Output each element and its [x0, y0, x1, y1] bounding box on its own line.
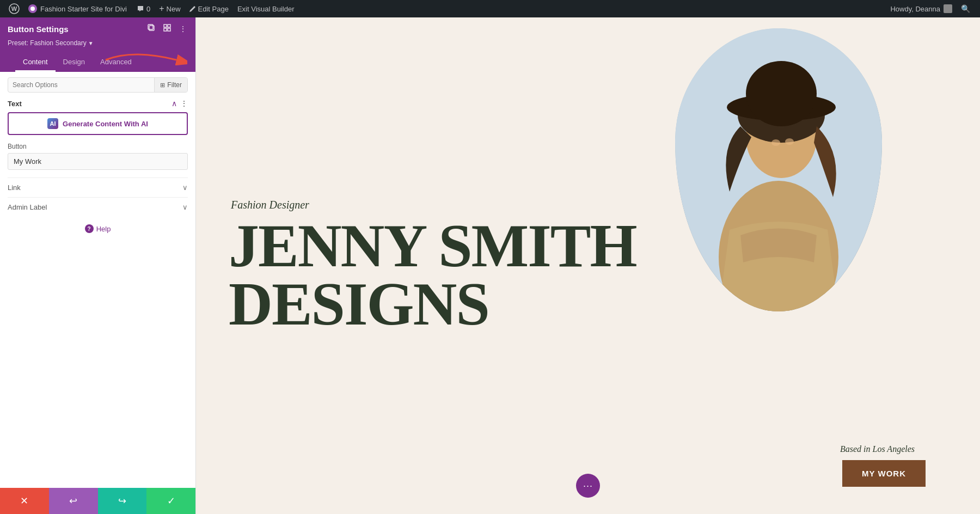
- more-icon[interactable]: ⋮: [178, 23, 188, 34]
- based-in-text: Based in Los Angeles: [840, 444, 915, 454]
- comment-icon-bar[interactable]: 0: [132, 5, 155, 13]
- filter-label: Filter: [167, 81, 182, 89]
- new-label: New: [167, 5, 181, 13]
- svg-rect-6: [168, 25, 170, 27]
- link-section-header[interactable]: Link ∨: [8, 183, 188, 192]
- edit-page-label: Edit Page: [198, 5, 229, 13]
- grid-icon[interactable]: [162, 23, 173, 35]
- search-icon-bar[interactable]: 🔍: [957, 4, 975, 13]
- hero-text: Fashion Designer JENNY SMITH DESIGNS: [229, 199, 636, 333]
- panel-title: Button Settings: [8, 25, 69, 34]
- text-section-controls: ∧ ⋮: [171, 99, 188, 108]
- svg-point-16: [771, 139, 780, 146]
- site-name[interactable]: Fashion Starter Site for Divi: [23, 4, 132, 13]
- svg-point-2: [30, 7, 35, 11]
- wp-logo-icon[interactable]: W: [5, 0, 23, 17]
- red-arrow-annotation: [100, 44, 187, 76]
- admin-label-title: Admin Label: [8, 203, 47, 211]
- tab-design[interactable]: Design: [56, 53, 93, 72]
- link-section: Link ∨: [8, 178, 188, 197]
- edit-page-link[interactable]: Edit Page: [185, 5, 233, 13]
- tab-content[interactable]: Content: [15, 53, 56, 72]
- exit-builder-label: Exit Visual Builder: [237, 5, 295, 13]
- site-name-label: Fashion Starter Site for Divi: [40, 5, 127, 13]
- designer-name-line1: JENNY SMITH: [229, 212, 636, 279]
- redo-icon: ↪: [118, 495, 126, 507]
- link-section-title: Link: [8, 183, 21, 192]
- designer-label: Fashion Designer: [231, 199, 636, 211]
- generate-ai-button[interactable]: AI Generate Content With AI: [8, 112, 188, 135]
- admin-label-chevron-icon: ∨: [182, 203, 188, 211]
- designer-name-line2: DESIGNS: [229, 270, 489, 338]
- search-input[interactable]: [8, 78, 154, 92]
- close-icon: ✕: [20, 495, 28, 507]
- redo-button[interactable]: ↪: [98, 488, 147, 514]
- ai-icon-text: AI: [50, 120, 56, 127]
- howdy-section[interactable]: Howdy, Deanna: [886, 4, 957, 13]
- help-icon: ?: [85, 224, 94, 233]
- text-section-header: Text ∧ ⋮: [8, 99, 188, 108]
- svg-point-17: [785, 138, 794, 145]
- ai-button-label: Generate Content With AI: [63, 120, 148, 128]
- help-section[interactable]: ? Help: [8, 217, 188, 241]
- button-text-input[interactable]: [8, 153, 188, 170]
- save-button[interactable]: ✓: [146, 488, 195, 514]
- svg-rect-7: [164, 28, 167, 31]
- user-avatar: [944, 4, 952, 13]
- ai-icon: AI: [47, 118, 58, 129]
- dots-icon: ···: [583, 480, 593, 492]
- panel-header: Button Settings ⋮: [0, 17, 195, 72]
- exit-builder-link[interactable]: Exit Visual Builder: [233, 5, 299, 13]
- admin-label-section: Admin Label ∨: [8, 197, 188, 217]
- wp-admin-bar: W Fashion Starter Site for Divi 0 New Ed…: [0, 0, 980, 17]
- button-input-label: Button: [8, 143, 188, 150]
- dots-fab[interactable]: ···: [576, 474, 600, 498]
- preset-label: Preset: Fashion Secondary: [8, 39, 87, 47]
- preset-chevron: ▼: [88, 40, 94, 46]
- admin-label-section-header[interactable]: Admin Label ∨: [8, 203, 188, 211]
- mywork-button[interactable]: My Work: [842, 460, 926, 487]
- fashion-hero: Fashion Designer JENNY SMITH DESIGNS Bas…: [196, 17, 980, 514]
- bottom-toolbar: ✕ ↩ ↪ ✓: [0, 488, 195, 514]
- copy-icon[interactable]: [146, 23, 157, 35]
- designer-name: JENNY SMITH DESIGNS: [229, 217, 636, 333]
- text-section-title: Text: [8, 100, 22, 108]
- svg-rect-5: [164, 25, 167, 27]
- close-button[interactable]: ✕: [0, 488, 49, 514]
- link-chevron-icon: ∨: [182, 183, 188, 192]
- portrait-image: [675, 28, 882, 311]
- help-label: Help: [96, 225, 111, 233]
- howdy-label: Howdy, Deanna: [890, 5, 940, 13]
- panel-body: ⊞ Filter Text ∧ ⋮ AI Generate Content Wi…: [0, 72, 195, 488]
- save-icon: ✓: [167, 495, 175, 507]
- site-favicon: [28, 4, 37, 13]
- search-bar: ⊞ Filter: [8, 77, 188, 93]
- svg-point-15: [746, 61, 817, 126]
- filter-icon: ⊞: [160, 82, 165, 89]
- text-collapse-icon[interactable]: ∧: [171, 99, 177, 108]
- undo-button[interactable]: ↩: [49, 488, 98, 514]
- filter-button[interactable]: ⊞ Filter: [154, 78, 187, 92]
- content-area: Fashion Designer JENNY SMITH DESIGNS Bas…: [196, 17, 980, 514]
- sidebar-panel: Button Settings ⋮: [0, 17, 196, 514]
- svg-rect-8: [168, 28, 170, 31]
- new-button[interactable]: New: [155, 4, 185, 14]
- text-more-icon[interactable]: ⋮: [180, 99, 188, 108]
- panel-header-icons: ⋮: [146, 23, 188, 35]
- undo-icon: ↩: [69, 495, 77, 507]
- svg-text:W: W: [11, 5, 17, 12]
- comment-count: 0: [146, 5, 150, 13]
